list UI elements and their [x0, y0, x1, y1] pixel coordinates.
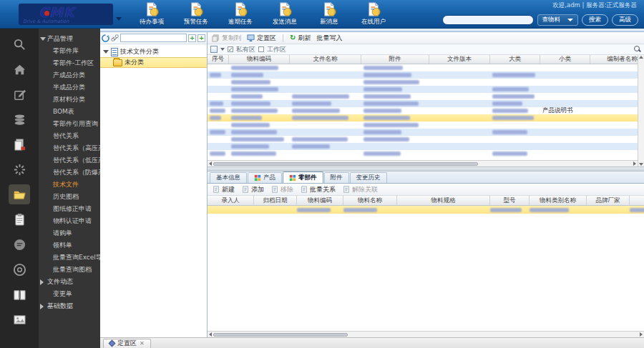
sidebar-menu-item[interactable]: BOM表 — [39, 106, 100, 118]
detail-tab[interactable]: 零部件 — [283, 171, 323, 183]
tree-link-icon[interactable] — [111, 34, 119, 42]
sidebar-menu-item[interactable]: 请购单 — [39, 227, 100, 239]
advanced-search-button[interactable]: 高级 — [612, 14, 638, 26]
home-icon[interactable] — [9, 59, 30, 79]
sidebar-menu-item[interactable]: 变更单 — [39, 288, 100, 300]
documents-vscrollbar[interactable] — [638, 55, 644, 166]
table-row[interactable] — [208, 129, 638, 136]
detail-tab[interactable]: 变更历史 — [350, 172, 387, 183]
scroll-right-icon[interactable] — [640, 332, 643, 337]
detail-toolbar-button[interactable]: 移除 — [270, 185, 295, 194]
table-row[interactable] — [208, 93, 638, 100]
search-category-dropdown[interactable]: 查物料 — [537, 14, 579, 26]
column-header[interactable]: 计量单位 — [630, 196, 644, 205]
mention-icon[interactable] — [9, 259, 30, 279]
sidebar-menu-item[interactable]: 原材料分类 — [39, 94, 100, 106]
chevron-down-icon[interactable] — [220, 48, 225, 51]
panel-splitter[interactable] — [208, 166, 644, 171]
workspace-checkbox[interactable] — [258, 46, 264, 52]
documents-hscrollbar[interactable] — [208, 160, 638, 166]
scroll-right-icon[interactable] — [633, 161, 636, 166]
clipboard-icon[interactable] — [9, 209, 30, 229]
sidebar-menu-item[interactable]: 零部件-工作区 — [39, 57, 100, 69]
batch-write-button[interactable]: 批量写入 — [315, 34, 343, 43]
scroll-left-icon[interactable] — [209, 161, 212, 166]
table-row[interactable] — [208, 143, 638, 150]
staging-area-button[interactable]: 定置区 — [245, 34, 278, 43]
table-row[interactable]: 产品说明书 — [208, 107, 638, 114]
close-icon[interactable]: ✕ — [140, 340, 145, 347]
private-area-checkbox[interactable]: ✓ — [228, 46, 233, 52]
table-row[interactable] — [208, 79, 638, 86]
column-header[interactable]: 物料编码 — [229, 55, 290, 64]
detail-toolbar-button[interactable]: 批量关系 — [299, 185, 337, 194]
sidebar-menu-item[interactable]: 领料单 — [39, 239, 100, 252]
loading-spinner-icon[interactable] — [9, 159, 30, 179]
sidebar-menu-item[interactable]: 半成品分类 — [39, 81, 100, 94]
search-icon[interactable] — [9, 34, 30, 54]
tree-child-node[interactable]: 未分类 — [100, 57, 207, 68]
sidebar-menu-item[interactable]: 替代关系 — [39, 130, 100, 142]
sidebar-menu-item[interactable]: 替代关系（高压产品） — [39, 142, 100, 154]
column-header[interactable]: 录入人 — [208, 196, 254, 205]
open-folder-icon[interactable] — [9, 184, 30, 204]
top-toolbar-item[interactable]: 发送消息 — [268, 1, 302, 26]
column-header[interactable]: 物料名称 — [343, 196, 397, 205]
top-toolbar-item[interactable]: 在线用户 — [356, 1, 391, 26]
sidebar-menu-item[interactable]: 替代关系（防爆产品） — [39, 166, 100, 179]
table-row[interactable] — [208, 100, 638, 107]
column-header[interactable]: 物料类别名称 — [530, 196, 587, 205]
column-header[interactable]: 品牌厂家 — [587, 196, 630, 205]
table-row[interactable] — [208, 114, 638, 121]
detail-tab[interactable]: 基本信息 — [210, 172, 247, 183]
copy-to-button[interactable]: 复制到 — [210, 34, 243, 43]
table-row[interactable] — [208, 64, 638, 71]
column-header[interactable]: 大类 — [490, 55, 540, 64]
search-button[interactable]: 搜索 — [582, 14, 608, 26]
sidebar-menu-item[interactable]: 技术文件 — [39, 179, 100, 191]
sidebar-menu-item[interactable]: 基础数据 — [39, 300, 100, 312]
column-settings-icon[interactable] — [210, 46, 218, 53]
edit-icon[interactable] — [9, 84, 30, 104]
detail-tab[interactable]: 产品 — [248, 172, 282, 183]
top-toolbar-item[interactable]: 逾期任务 — [223, 1, 258, 26]
top-toolbar-item[interactable]: 新消息 — [312, 1, 346, 26]
scroll-up-icon[interactable] — [639, 56, 643, 59]
table-row[interactable] — [208, 150, 638, 157]
documents-icon[interactable] — [9, 134, 30, 154]
hscroll-thumb[interactable] — [213, 333, 348, 337]
tree-search-input[interactable] — [120, 34, 187, 42]
sidebar-menu-item[interactable]: 替代关系（低压产品） — [39, 154, 100, 166]
scroll-left-icon[interactable] — [209, 332, 212, 337]
sidebar-menu-item[interactable]: 产品管理 — [39, 33, 100, 45]
top-toolbar-item[interactable]: 预警任务 — [179, 1, 213, 26]
detail-toolbar-button[interactable]: 解除关联 — [341, 185, 379, 194]
detail-toolbar-button[interactable]: 添加 — [240, 185, 265, 194]
column-header[interactable]: 附件 — [361, 55, 429, 64]
database-icon[interactable] — [9, 109, 30, 129]
chat-icon[interactable] — [9, 234, 30, 254]
column-header[interactable]: 物料规格 — [397, 196, 490, 205]
table-row[interactable] — [208, 206, 644, 214]
logo-dropdown-caret[interactable] — [116, 17, 122, 21]
sidebar-menu-item[interactable]: 批量查询图档 — [39, 264, 100, 276]
book-icon[interactable] — [9, 284, 30, 304]
sidebar-menu-item[interactable]: 零部件引用查询 — [39, 118, 100, 130]
tree-add-root-icon[interactable]: + — [197, 34, 205, 42]
refresh-button[interactable]: ↻ 刷新 — [288, 34, 312, 43]
column-header[interactable]: 物料编码 — [297, 196, 343, 205]
column-header[interactable]: 编制者名称 — [590, 55, 638, 64]
hscroll-thumb[interactable] — [213, 162, 478, 166]
sidebar-menu-item[interactable]: 物料认证申请 — [39, 215, 100, 227]
tree-refresh-icon[interactable] — [102, 34, 109, 42]
table-row[interactable] — [208, 86, 638, 93]
table-row[interactable] — [208, 121, 638, 129]
image-icon[interactable] — [9, 309, 30, 329]
global-search-input[interactable] — [442, 15, 534, 25]
expander-down-icon[interactable] — [103, 50, 109, 54]
detail-tab[interactable]: 附件 — [324, 172, 349, 183]
sidebar-menu-item[interactable]: 历史图档 — [39, 191, 100, 203]
top-toolbar-item[interactable]: 待办事项 — [135, 1, 169, 26]
tree-add-icon[interactable]: + — [188, 34, 196, 42]
table-search-icon[interactable] — [634, 46, 641, 53]
